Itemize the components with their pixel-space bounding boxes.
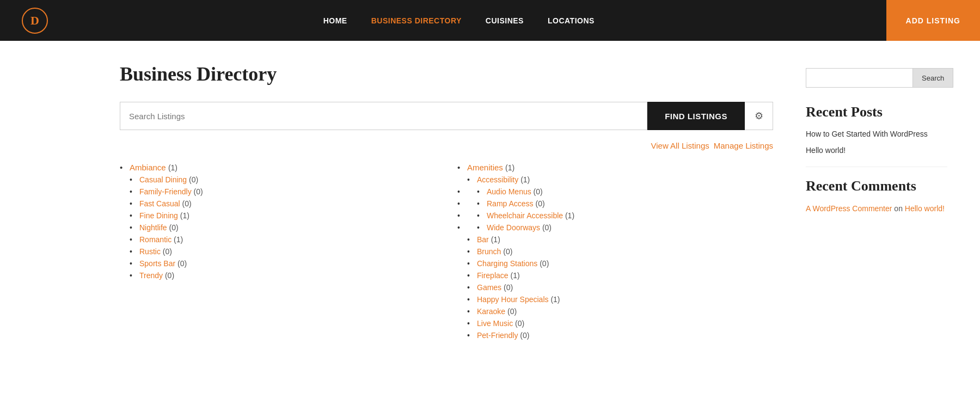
list-item: Pet-Friendly (0) [457, 329, 773, 341]
ambiance-category-list: Ambiance (1) Casual Dining (0) Family-Fr… [120, 161, 436, 281]
filter-icon: ⚙ [755, 110, 763, 122]
nav-business-directory[interactable]: BUSINESS DIRECTORY [359, 0, 474, 41]
subcat-rustic-count: (0) [163, 247, 172, 256]
list-item: • Ramp Access (0) [457, 198, 773, 210]
subcat-karaoke-count: (0) [507, 307, 517, 316]
subcat-accessibility-count: (1) [520, 175, 530, 184]
sidebar-search-button[interactable]: Search [913, 68, 953, 88]
subcat-wheelchair-accessible-link[interactable]: Wheelchair Accessible [487, 211, 563, 220]
subcat-happy-hour-link[interactable]: Happy Hour Specials [477, 295, 549, 304]
list-item: Nightlife (0) [120, 222, 436, 234]
list-item: Brunch (0) [457, 246, 773, 257]
subcat-charging-stations-link[interactable]: Charging Stations [477, 259, 537, 268]
list-item: Live Music (0) [457, 317, 773, 329]
category-ambiance-count: (1) [168, 163, 177, 172]
list-item: • Wide Doorways (0) [457, 222, 773, 234]
subcat-brunch-count: (0) [503, 247, 512, 256]
comment-on-text: on [894, 204, 904, 213]
list-item: Bar (1) [457, 234, 773, 246]
subcat-fast-casual-count: (0) [182, 199, 192, 208]
subcat-live-music-link[interactable]: Live Music [477, 319, 513, 328]
subcat-happy-hour-count: (1) [550, 295, 560, 304]
subcat-sports-bar-link[interactable]: Sports Bar [139, 259, 175, 268]
subcat-ramp-access-count: (0) [535, 199, 544, 208]
subcat-trendy-link[interactable]: Trendy [139, 271, 163, 280]
list-item: Family-Friendly (0) [120, 186, 436, 198]
list-item: Rustic (0) [120, 246, 436, 257]
comment-author-link[interactable]: A WordPress Commenter [806, 204, 892, 213]
view-links-bar: View All Listings Manage Listings [120, 141, 773, 150]
subcat-games-link[interactable]: Games [477, 283, 501, 292]
list-item: Charging Stations (0) [457, 257, 773, 269]
logo-circle: D [22, 8, 48, 34]
add-listing-button[interactable]: ADD LISTING [886, 0, 980, 41]
list-item: Games (0) [457, 281, 773, 293]
list-item: Fireplace (1) [457, 269, 773, 281]
subcat-nightlife-link[interactable]: Nightlife [139, 223, 167, 232]
sidebar-search-input[interactable] [806, 68, 913, 88]
list-item: Fine Dining (1) [120, 210, 436, 222]
category-ambiance-link[interactable]: Ambiance [130, 163, 166, 172]
subcat-romantic-link[interactable]: Romantic [139, 235, 171, 244]
nav-home[interactable]: HOME [311, 0, 359, 41]
recent-comments-section: Recent Comments A WordPress Commenter on… [806, 178, 947, 214]
subcat-fine-dining-count: (1) [180, 211, 189, 220]
sidebar-post-link-2[interactable]: Hello world! [806, 146, 846, 155]
list-item: Karaoke (0) [457, 305, 773, 317]
subcat-trendy-count: (0) [165, 271, 174, 280]
subcat-rustic-link[interactable]: Rustic [139, 247, 161, 256]
filter-icon-button[interactable]: ⚙ [745, 102, 773, 130]
sidebar-post-item: How to Get Started With WordPress [806, 129, 947, 140]
subcat-bar-link[interactable]: Bar [477, 235, 489, 244]
subcat-wide-doorways-count: (0) [542, 223, 552, 232]
subcat-games-count: (0) [504, 283, 513, 292]
subcat-live-music-count: (0) [515, 319, 524, 328]
subcat-karaoke-link[interactable]: Karaoke [477, 307, 505, 316]
comment-item: A WordPress Commenter on Hello world! [806, 203, 947, 214]
subcat-accessibility-link[interactable]: Accessibility [477, 175, 518, 184]
list-item: Sports Bar (0) [120, 257, 436, 269]
subcat-pet-friendly-count: (0) [520, 331, 529, 340]
logo-letter: D [30, 14, 39, 28]
subcat-fine-dining-link[interactable]: Fine Dining [139, 211, 178, 220]
comment-post-link[interactable]: Hello world! [905, 204, 945, 213]
subcat-casual-dining-count: (0) [189, 175, 198, 184]
search-listings-input[interactable] [120, 102, 647, 130]
subcat-ramp-access-link[interactable]: Ramp Access [487, 199, 534, 208]
category-ambiance: Ambiance (1) [120, 161, 436, 174]
list-item: • Audio Menus (0) [457, 186, 773, 198]
nav-locations[interactable]: LOCATIONS [536, 0, 607, 41]
logo[interactable]: D [22, 8, 48, 34]
sidebar: Search Recent Posts How to Get Started W… [806, 63, 947, 341]
recent-comments-title: Recent Comments [806, 178, 947, 194]
category-amenities-count: (1) [505, 163, 514, 172]
nav-cuisines[interactable]: CUISINES [474, 0, 536, 41]
category-amenities-link[interactable]: Amenities [467, 163, 503, 172]
sidebar-post-item: Hello world! [806, 145, 947, 156]
subcat-fireplace-count: (1) [510, 271, 519, 280]
main-nav: HOME BUSINESS DIRECTORY CUISINES LOCATIO… [311, 0, 607, 41]
category-amenities: Amenities (1) [457, 161, 773, 174]
find-listings-button[interactable]: FIND LISTINGS [647, 102, 745, 130]
sidebar-search-bar: Search [806, 68, 947, 88]
list-item: Accessibility (1) [457, 174, 773, 186]
list-item: Casual Dining (0) [120, 174, 436, 186]
manage-listings-link[interactable]: Manage Listings [714, 141, 773, 150]
sidebar-post-link-1[interactable]: How to Get Started With WordPress [806, 130, 928, 138]
subcat-fast-casual-link[interactable]: Fast Casual [139, 199, 180, 208]
list-item: Fast Casual (0) [120, 198, 436, 210]
subcat-fireplace-link[interactable]: Fireplace [477, 271, 509, 280]
subcat-charging-stations-count: (0) [540, 259, 549, 268]
subcat-wide-doorways-link[interactable]: Wide Doorways [487, 223, 540, 232]
subcat-bar-count: (1) [491, 235, 500, 244]
subcat-brunch-link[interactable]: Brunch [477, 247, 501, 256]
page-wrapper: Business Directory FIND LISTINGS ⚙ View … [0, 41, 980, 363]
subcat-sports-bar-count: (0) [177, 259, 187, 268]
subcat-audio-menus-link[interactable]: Audio Menus [487, 187, 531, 196]
list-item: Trendy (0) [120, 269, 436, 281]
subcat-casual-dining-link[interactable]: Casual Dining [139, 175, 187, 184]
amenities-category-list: Amenities (1) Accessibility (1) • Audio … [457, 161, 773, 341]
view-all-listings-link[interactable]: View All Listings [651, 141, 709, 150]
subcat-family-friendly-link[interactable]: Family-Friendly [139, 187, 192, 196]
subcat-pet-friendly-link[interactable]: Pet-Friendly [477, 331, 518, 340]
